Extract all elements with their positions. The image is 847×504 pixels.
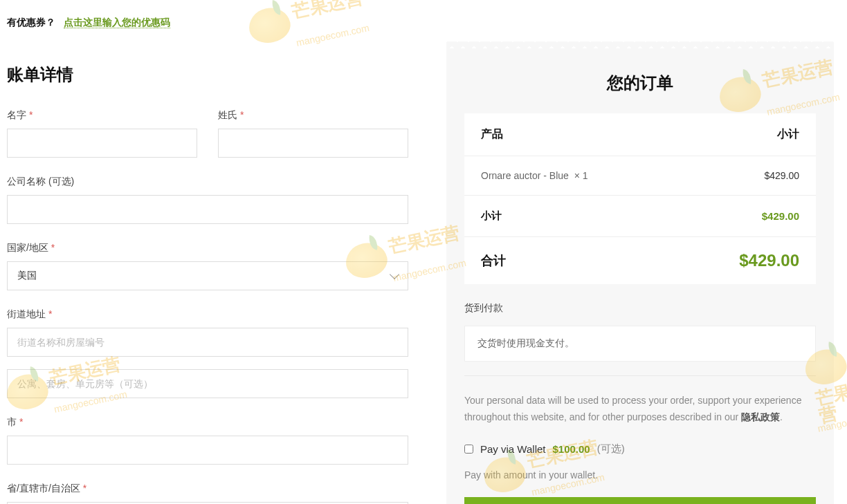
wallet-row: Pay via Wallet $100.00 (可选) [464, 442, 816, 456]
coupon-prompt: 有优惠券？ 点击这里输入您的优惠码 [7, 17, 408, 29]
order-total-value: $429.00 [739, 251, 799, 270]
coupon-link[interactable]: 点击这里输入您的优惠码 [64, 17, 170, 28]
last-name-input[interactable] [218, 129, 408, 158]
wallet-optional: (可选) [597, 442, 625, 456]
wallet-checkbox[interactable] [464, 445, 473, 454]
company-input[interactable] [7, 195, 408, 224]
wallet-desc: Pay with amount in your wallet. [464, 469, 816, 480]
state-label: 省/直辖市/自治区 * [7, 483, 408, 495]
street-label: 街道地址 * [7, 308, 408, 321]
order-table: 产品 小计 Ornare auctor - Blue × 1 $429.00 小… [464, 113, 816, 284]
privacy-text: Your personal data will be used to proce… [464, 393, 816, 426]
country-value: 美国 [17, 270, 37, 282]
country-select[interactable]: 美国 [7, 261, 408, 290]
wallet-amount: $100.00 [552, 443, 590, 455]
order-item-name: Ornare auctor - Blue × 1 [481, 170, 588, 181]
wallet-label: Pay via Wallet [480, 443, 545, 455]
order-item-price: $429.00 [764, 170, 799, 181]
divider [464, 375, 816, 376]
order-total-row: 合计 $429.00 [464, 237, 816, 284]
street-address-2-input[interactable] [7, 369, 408, 398]
last-name-label: 姓氏 * [218, 109, 408, 122]
order-item-row: Ornare auctor - Blue × 1 $429.00 [464, 156, 816, 196]
payment-method-label: 货到付款 [464, 302, 816, 315]
city-label: 市 * [7, 416, 408, 429]
order-header-row: 产品 小计 [464, 113, 816, 156]
order-sub-value: $429.00 [762, 210, 799, 222]
privacy-policy-link[interactable]: 隐私政策 [741, 411, 780, 422]
payment-method-desc: 交货时使用现金支付。 [464, 326, 816, 362]
order-head-product: 产品 [481, 127, 503, 142]
first-name-input[interactable] [7, 129, 197, 158]
country-label: 国家/地区 * [7, 242, 408, 254]
city-input[interactable] [7, 436, 408, 465]
order-head-subtotal: 小计 [777, 127, 799, 142]
first-name-label: 名字 * [7, 109, 197, 122]
street-address-1-input[interactable] [7, 328, 408, 357]
chevron-down-icon [390, 270, 399, 279]
order-subtotal-row: 小计 $429.00 [464, 196, 816, 237]
billing-title: 账单详情 [7, 64, 408, 86]
order-panel: 您的订单 产品 小计 Ornare auctor - Blue × 1 $429… [446, 48, 834, 504]
order-title: 您的订单 [446, 72, 834, 94]
coupon-prompt-text: 有优惠券？ [7, 17, 55, 28]
order-total-label: 合计 [481, 252, 506, 269]
zigzag-border [446, 41, 834, 48]
place-order-button[interactable]: 下单 [464, 497, 816, 504]
company-label: 公司名称 (可选) [7, 176, 408, 188]
order-sub-label: 小计 [481, 209, 502, 223]
